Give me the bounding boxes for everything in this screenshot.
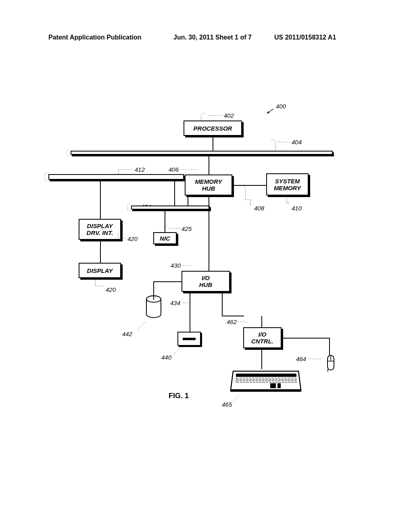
nic-label: NIC [160,235,170,242]
io-hub-label: I/O HUB [199,274,213,288]
mouse-icon [324,355,336,372]
leader-curve-icon [136,320,148,332]
svg-rect-7 [236,374,296,377]
display-label: DISPLAY [87,267,113,274]
memory-hub-block: MEMORY HUB [185,175,232,195]
leader-curve [270,139,275,145]
connector [174,181,175,206]
block-diagram: 400 402 PROCESSOR 404 406 412 MEMORY HUB… [48,101,363,431]
connector [209,156,209,175]
header-right: US 2011/0158312 A1 [274,34,336,41]
connector [283,338,330,339]
ref-420a: 420 [127,235,138,242]
connector [261,350,262,369]
leader-dash [95,280,96,286]
connector [209,197,209,271]
leader-dash [245,187,246,200]
ref-442: 442 [122,330,132,337]
connector [100,181,101,219]
svg-rect-10 [270,383,276,388]
connector [165,211,165,232]
connector [234,185,266,186]
connector [100,241,101,263]
ref-462: 462 [227,318,237,325]
processor-block: PROCESSOR [184,121,242,136]
ref-465: 465 [222,401,232,408]
memory-hub-label: MEMORY HUB [195,178,222,192]
leader-dash [118,169,119,174]
leader-dash [286,197,287,203]
processor-label: PROCESSOR [194,125,232,132]
header-center: Jun. 30, 2011 Sheet 1 of 7 [173,34,252,41]
leader-dash [118,238,126,238]
connector [222,293,223,316]
bus-end-curve [67,149,71,156]
ref-425: 425 [181,225,192,232]
leader-dash [275,144,276,150]
leader-dash [286,203,290,203]
svg-marker-1 [267,111,269,114]
connector [153,281,181,282]
connector [190,293,190,332]
leader-dash [181,169,197,170]
nic-block: NIC [153,232,177,244]
ref-406: 406 [169,166,179,173]
connector [329,338,330,356]
ref-430: 430 [171,262,181,269]
svg-rect-11 [277,383,281,388]
leader-dash [183,265,191,266]
ref-464: 464 [296,355,306,362]
ref-410: 410 [292,205,302,212]
leader-dash [243,186,244,186]
display-drv-label: DISPLAY DRV. INT. [87,222,113,236]
arrow-icon [266,108,274,114]
bus-end-curve [127,204,131,211]
leader-dash [250,200,250,206]
ref-404: 404 [292,139,302,145]
system-memory-block: SYSTEM MEMORY [266,173,309,195]
header-left: Patent Application Publication [48,34,142,41]
leader-dash [201,118,201,120]
ref-402: 402 [224,112,234,119]
io-cntrl-block: I/O CNTRL. [243,327,282,348]
ref-420b: 420 [106,286,116,293]
display-drv-block: DISPLAY DRV. INT. [79,219,121,240]
ref-408: 408 [254,205,264,212]
bus-bar-412 [48,174,184,180]
block-440 [177,332,201,346]
leader-dash [238,322,247,322]
figure-label: FIG. 1 [169,392,189,400]
leader-dash [169,228,181,229]
io-cntrl-label: I/O CNTRL. [251,331,273,345]
storage-cylinder-icon [145,295,162,319]
ref-412: 412 [135,166,145,173]
leader-dash [182,303,189,303]
bus-end-curve [44,172,48,181]
leader-dash [277,142,290,142]
leader-dash [308,359,321,359]
keyboard-icon [230,369,302,393]
ref-440: 440 [161,354,171,361]
bus-bar-404 [71,151,333,155]
slot-icon [183,338,196,340]
leader-dash [118,233,118,238]
leader-curve-icon [233,393,241,402]
io-hub-block: I/O HUB [181,271,230,292]
bus-bar-424 [131,206,210,210]
connector [222,316,244,316]
ref-400: 400 [276,103,286,110]
leader-dash [245,200,250,200]
leader-dash [119,169,133,170]
leader-dash [95,286,104,286]
connector [261,316,262,327]
leader-curve [201,113,206,118]
leader-curve-icon [173,347,183,355]
system-memory-label: SYSTEM MEMORY [274,178,301,191]
connector [188,197,188,206]
leader-dash [208,115,222,116]
ref-434: 434 [170,299,180,306]
display-block: DISPLAY [79,263,121,278]
connector [213,137,213,151]
